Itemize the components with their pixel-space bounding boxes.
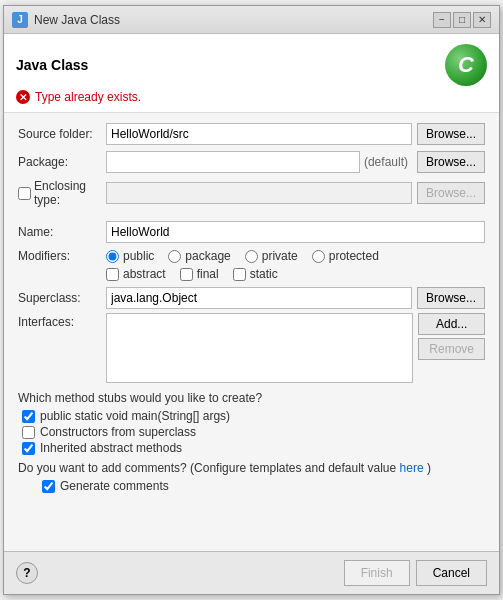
enclosing-type-input[interactable] [106, 182, 412, 204]
interfaces-buttons: Add... Remove [418, 313, 485, 360]
modifiers-row: Modifiers: public package private [18, 249, 485, 281]
radio-private: private [245, 249, 298, 263]
static-checkbox[interactable] [233, 268, 246, 281]
header-section: Java Class C ✕ Type already exists. [4, 34, 499, 113]
checkbox-static: static [233, 267, 278, 281]
error-text: Type already exists. [35, 90, 141, 104]
modifiers-label: Modifiers: [18, 249, 106, 263]
radio-public-input[interactable] [106, 250, 119, 263]
stubs-section: Which method stubs would you like to cre… [18, 391, 485, 455]
superclass-row: Superclass: Browse... [18, 287, 485, 309]
package-label: Package: [18, 155, 106, 169]
name-label: Name: [18, 225, 106, 239]
radio-package-input[interactable] [168, 250, 181, 263]
enclosing-type-label[interactable]: Enclosing type: [34, 179, 106, 207]
error-line: ✕ Type already exists. [16, 90, 487, 104]
title-buttons: − □ ✕ [433, 12, 491, 28]
name-row: Name: [18, 221, 485, 243]
static-label[interactable]: static [250, 267, 278, 281]
stub-inherited-label[interactable]: Inherited abstract methods [40, 441, 182, 455]
source-folder-label: Source folder: [18, 127, 106, 141]
logo: C [445, 44, 487, 86]
radio-protected-label[interactable]: protected [329, 249, 379, 263]
header-title-text: Java Class [16, 57, 88, 73]
comments-title-end: ) [427, 461, 431, 475]
stub-constructors-checkbox[interactable] [22, 426, 35, 439]
radio-protected: protected [312, 249, 379, 263]
finish-button[interactable]: Finish [344, 560, 410, 586]
footer-right: Finish Cancel [344, 560, 487, 586]
modifiers-radio-group: public package private protected [106, 249, 379, 263]
stub-main-item: public static void main(String[] args) [22, 409, 485, 423]
enclosing-type-browse-button[interactable]: Browse... [417, 182, 485, 204]
stub-inherited-item: Inherited abstract methods [22, 441, 485, 455]
stub-main-label[interactable]: public static void main(String[] args) [40, 409, 230, 423]
interfaces-textarea[interactable] [106, 313, 413, 383]
superclass-browse-button[interactable]: Browse... [417, 287, 485, 309]
package-row: Package: (default) Browse... [18, 151, 485, 173]
help-button[interactable]: ? [16, 562, 38, 584]
radio-public-label[interactable]: public [123, 249, 154, 263]
modifiers-radios-row: Modifiers: public package private [18, 249, 379, 263]
source-folder-browse-button[interactable]: Browse... [417, 123, 485, 145]
comments-title: Do you want to add comments? (Configure … [18, 461, 485, 475]
comments-link[interactable]: here [400, 461, 424, 475]
package-browse-button[interactable]: Browse... [417, 151, 485, 173]
radio-package-label[interactable]: package [185, 249, 230, 263]
checkbox-final: final [180, 267, 219, 281]
stub-constructors-label[interactable]: Constructors from superclass [40, 425, 196, 439]
name-input[interactable] [106, 221, 485, 243]
final-checkbox[interactable] [180, 268, 193, 281]
radio-private-label[interactable]: private [262, 249, 298, 263]
interfaces-add-button[interactable]: Add... [418, 313, 485, 335]
radio-private-input[interactable] [245, 250, 258, 263]
title-bar: J New Java Class − □ ✕ [4, 6, 499, 34]
maximize-button[interactable]: □ [453, 12, 471, 28]
interfaces-remove-button[interactable]: Remove [418, 338, 485, 360]
stub-constructors-item: Constructors from superclass [22, 425, 485, 439]
enclosing-type-row: Enclosing type: Browse... [18, 179, 485, 207]
superclass-input[interactable] [106, 287, 412, 309]
final-label[interactable]: final [197, 267, 219, 281]
footer: ? Finish Cancel [4, 551, 499, 594]
superclass-label: Superclass: [18, 291, 106, 305]
stub-inherited-checkbox[interactable] [22, 442, 35, 455]
abstract-checkbox[interactable] [106, 268, 119, 281]
stubs-title: Which method stubs would you like to cre… [18, 391, 485, 405]
abstract-label[interactable]: abstract [123, 267, 166, 281]
radio-public: public [106, 249, 154, 263]
comments-section: Do you want to add comments? (Configure … [18, 461, 485, 493]
package-default-label: (default) [364, 155, 408, 169]
generate-comments-item: Generate comments [42, 479, 485, 493]
dialog-title: New Java Class [34, 13, 120, 27]
close-button[interactable]: ✕ [473, 12, 491, 28]
minimize-button[interactable]: − [433, 12, 451, 28]
new-java-class-dialog: J New Java Class − □ ✕ Java Class C ✕ Ty… [3, 5, 500, 595]
error-icon: ✕ [16, 90, 30, 104]
modifiers-checkboxes-row: abstract final static [106, 267, 278, 281]
interfaces-row: Interfaces: Add... Remove [18, 313, 485, 383]
form-content: Source folder: Browse... Package: (defau… [4, 113, 499, 551]
dialog-icon: J [12, 12, 28, 28]
generate-comments-label[interactable]: Generate comments [60, 479, 169, 493]
checkbox-abstract: abstract [106, 267, 166, 281]
interfaces-label: Interfaces: [18, 313, 106, 329]
generate-comments-checkbox[interactable] [42, 480, 55, 493]
comments-title-text: Do you want to add comments? (Configure … [18, 461, 396, 475]
source-folder-input[interactable] [106, 123, 412, 145]
package-input[interactable] [106, 151, 360, 173]
footer-left: ? [16, 562, 38, 584]
source-folder-row: Source folder: Browse... [18, 123, 485, 145]
title-bar-left: J New Java Class [12, 12, 120, 28]
cancel-button[interactable]: Cancel [416, 560, 487, 586]
stub-main-checkbox[interactable] [22, 410, 35, 423]
radio-package: package [168, 249, 230, 263]
header-title-row: Java Class C [16, 44, 487, 86]
enclosing-type-checkbox[interactable] [18, 187, 31, 200]
radio-protected-input[interactable] [312, 250, 325, 263]
